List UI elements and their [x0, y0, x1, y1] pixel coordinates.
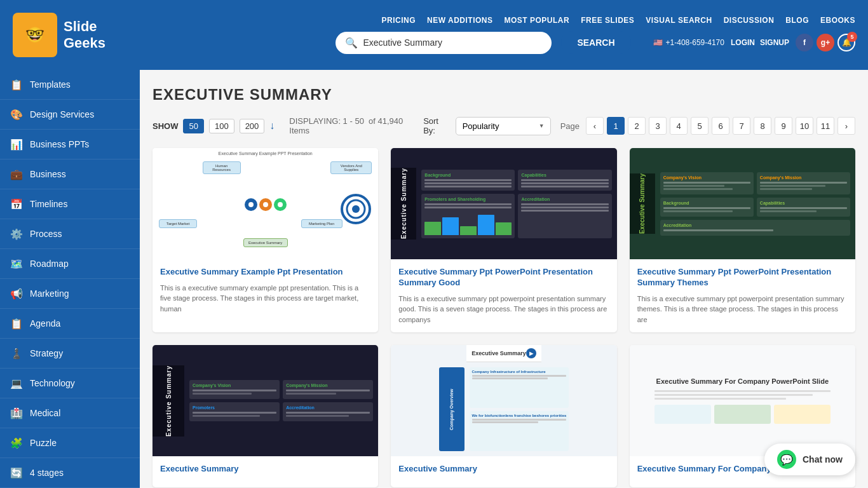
prev-page-button[interactable]: ‹ — [586, 117, 604, 135]
sidebar-item-templates[interactable]: 📋 Templates — [0, 70, 140, 100]
chat-widget[interactable]: 💬 Chat now — [764, 444, 855, 475]
nav-ebooks[interactable]: EBOOKS — [820, 16, 855, 25]
nav-pricing[interactable]: PRICING — [382, 16, 416, 25]
card-3-title: Executive Summary Ppt PowerPoint Present… — [637, 267, 848, 288]
login-link[interactable]: LOGIN — [731, 38, 755, 47]
card-6-image: Executive Summary For Company PowerPoint… — [630, 345, 855, 456]
search-row: 🔍 SEARCH 🇺🇸 +1-408-659-4170 LOGIN SIGNUP… — [336, 31, 855, 54]
slide5-top: Executive Summary ▶ — [466, 345, 541, 362]
flag-icon: 🇺🇸 — [653, 38, 663, 47]
card-2-image: Executive Summary Background Capabilitie… — [391, 148, 616, 259]
page-10[interactable]: 10 — [796, 117, 813, 135]
card-3[interactable]: Executive Summary Company's Vision Compa… — [630, 148, 855, 332]
card-4[interactable]: Executive Summary Company's Vision Compa… — [153, 345, 378, 487]
sort-select[interactable]: Popularity Newest Most Downloaded — [456, 117, 551, 135]
sidebar-item-technology[interactable]: 💻 Technology — [0, 369, 140, 398]
nav-discussion[interactable]: DISCUSSION — [724, 16, 775, 25]
show-200[interactable]: 200 — [240, 119, 265, 133]
nav-visual-search[interactable]: VISUAL SEARCH — [646, 16, 712, 25]
sidebar-item-business[interactable]: 💼 Business — [0, 159, 140, 189]
search-box: 🔍 — [336, 32, 552, 54]
card-5-body: Executive Summary — [391, 456, 616, 487]
page-1[interactable]: 1 — [607, 117, 625, 135]
card-1-desc: This is a executive summary example ppt … — [160, 283, 370, 315]
page-7[interactable]: 7 — [733, 117, 750, 135]
filter-down-icon[interactable]: ↓ — [269, 120, 275, 132]
card-1-image: Executive Summary Example PPT Presentati… — [153, 148, 378, 259]
page-6[interactable]: 6 — [712, 117, 729, 135]
sidebar-label-4stages: 4 stages — [30, 468, 64, 478]
sidebar-item-marketing[interactable]: 📢 Marketing — [0, 279, 140, 309]
phone-badge: 🇺🇸 +1-408-659-4170 — [653, 38, 724, 47]
card-3-desc: This is a executive summary ppt powerpoi… — [637, 294, 848, 325]
sidebar-item-strategy[interactable]: ♟️ Strategy — [0, 339, 140, 369]
slide3-sidebar: Executive Summary — [630, 173, 655, 234]
page-4[interactable]: 4 — [670, 117, 688, 135]
sidebar-label-technology: Technology — [30, 378, 75, 388]
page-5[interactable]: 5 — [691, 117, 709, 135]
sidebar-label-roadmap: Roadmap — [30, 259, 69, 269]
nav-most-popular[interactable]: MOST POPULAR — [504, 16, 569, 25]
sidebar-item-4stages[interactable]: 🔄 4 stages — [0, 458, 140, 488]
signup-link[interactable]: SIGNUP — [760, 38, 789, 47]
nav-new-additions[interactable]: NEW ADDITIONS — [427, 16, 492, 25]
sidebar-item-timelines[interactable]: 📅 Timelines — [0, 189, 140, 219]
sidebar-label-process: Process — [30, 229, 62, 239]
card-5-title: Executive Summary — [398, 464, 609, 475]
auth-links: LOGIN SIGNUP — [731, 38, 789, 47]
sidebar-label-design-services: Design Services — [30, 109, 94, 119]
sidebar-item-business-ppts[interactable]: 📊 Business PPTs — [0, 130, 140, 159]
sidebar-item-roadmap[interactable]: 🗺️ Roadmap — [0, 249, 140, 279]
sidebar-item-process[interactable]: ⚙️ Process — [0, 219, 140, 249]
card-2[interactable]: Executive Summary Background Capabilitie… — [391, 148, 616, 332]
notification-icon[interactable]: 🔔 5 — [837, 34, 855, 51]
show-label: SHOW — [153, 121, 178, 131]
slide3-content: Company's Vision Company's Mission — [655, 167, 855, 241]
sidebar-item-design-services[interactable]: 🎨 Design Services — [0, 100, 140, 130]
sidebar-label-business: Business — [30, 169, 66, 179]
card-3-image: Executive Summary Company's Vision Compa… — [630, 148, 855, 259]
page-11[interactable]: 11 — [817, 117, 834, 135]
sidebar-item-agenda[interactable]: 📋 Agenda — [0, 309, 140, 339]
show-50[interactable]: 50 — [183, 119, 203, 133]
search-input[interactable] — [363, 37, 542, 48]
sidebar-item-medical[interactable]: 🏥 Medical — [0, 398, 140, 428]
show-100[interactable]: 100 — [209, 119, 234, 133]
google-plus-icon[interactable]: g+ — [817, 34, 834, 51]
logo-icon[interactable]: 🤓 — [13, 13, 57, 57]
4stages-icon: 🔄 — [10, 466, 24, 480]
main-content: EXECUTIVE SUMMARY SHOW 50 100 200 ↓ DISP… — [140, 70, 868, 488]
card-5[interactable]: Executive Summary ▶ Company Overview Com… — [391, 345, 616, 487]
process-icon: ⚙️ — [10, 227, 24, 241]
sidebar-label-timelines: Timelines — [30, 199, 67, 209]
page-title: EXECUTIVE SUMMARY — [153, 86, 855, 104]
sidebar-label-medical: Medical — [30, 408, 60, 418]
search-button[interactable]: SEARCH — [561, 31, 630, 54]
business-icon: 💼 — [10, 167, 24, 181]
phone-number: +1-408-659-4170 — [666, 38, 724, 47]
strategy-icon: ♟️ — [10, 346, 24, 360]
sidebar: 📋 Templates 🎨 Design Services 📊 Business… — [0, 70, 140, 488]
sort-by-label: Sort By: — [423, 116, 449, 135]
facebook-icon[interactable]: f — [796, 34, 813, 51]
slide2-content: Background Capabilities Pr — [416, 165, 616, 243]
header-nav: PRICING NEW ADDITIONS MOST POPULAR FREE … — [153, 16, 855, 54]
search-magnify-icon: 🔍 — [345, 37, 358, 49]
sidebar-item-puzzle[interactable]: 🧩 Puzzle — [0, 428, 140, 458]
header-utils: 🇺🇸 +1-408-659-4170 LOGIN SIGNUP f g+ 🔔 5 — [653, 34, 855, 51]
page-2[interactable]: 2 — [628, 117, 646, 135]
page-3[interactable]: 3 — [649, 117, 667, 135]
page-9[interactable]: 9 — [775, 117, 792, 135]
nav-free-slides[interactable]: FREE SLIDES — [581, 16, 634, 25]
roadmap-icon: 🗺️ — [10, 257, 24, 271]
slide2-sidebar: Executive Summary — [391, 168, 416, 239]
page-8[interactable]: 8 — [754, 117, 771, 135]
card-5-image: Executive Summary ▶ Company Overview Com… — [391, 345, 616, 456]
nav-blog[interactable]: BLOG — [785, 16, 809, 25]
top-nav: PRICING NEW ADDITIONS MOST POPULAR FREE … — [382, 16, 855, 25]
svg-point-2 — [352, 205, 360, 213]
main-layout: 📋 Templates 🎨 Design Services 📊 Business… — [0, 70, 868, 488]
card-1[interactable]: Executive Summary Example PPT Presentati… — [153, 148, 378, 332]
card-2-body: Executive Summary Ppt PowerPoint Present… — [391, 259, 616, 332]
next-page-button[interactable]: › — [837, 117, 855, 135]
